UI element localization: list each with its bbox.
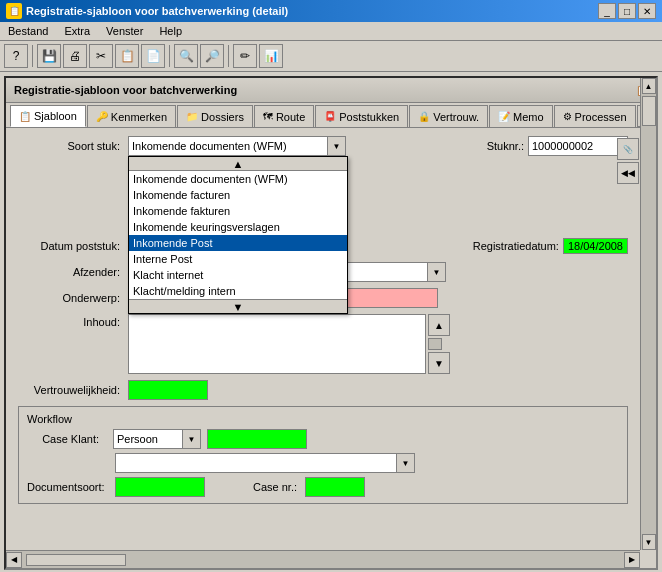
workflow-select-input[interactable] <box>115 453 397 473</box>
cut-button[interactable]: ✂ <box>89 44 113 68</box>
case-nr-input[interactable] <box>305 477 365 497</box>
scroll-down-button[interactable]: ▼ <box>642 534 656 550</box>
afzender-label: Afzender: <box>18 266 128 278</box>
minimize-button[interactable]: _ <box>598 3 616 19</box>
memo-tab-icon: 📝 <box>498 111 510 122</box>
tab-sjabloon[interactable]: 📋 Sjabloon <box>10 105 86 127</box>
menu-bestand[interactable]: Bestand <box>4 24 52 38</box>
afzender-arrow[interactable]: ▼ <box>428 262 446 282</box>
soort-stuk-dropdown: ▲ Inkomende documenten (WFM) Inkomende f… <box>128 156 348 314</box>
dropdown-item-0[interactable]: Inkomende documenten (WFM) <box>129 171 347 187</box>
menu-extra[interactable]: Extra <box>60 24 94 38</box>
dropdown-item-4[interactable]: Inkomende Post <box>129 235 347 251</box>
tabs-bar: 📋 Sjabloon 🔑 Kenmerken 📁 Dossiers 🗺 Rout… <box>6 103 656 128</box>
case-klant-label: Case Klant: <box>27 433 107 445</box>
onderwerp-label: Onderwerp: <box>18 292 128 304</box>
vertrouwelijkheid-input[interactable] <box>128 380 208 400</box>
documentsoort-input[interactable] <box>115 477 205 497</box>
dropdown-scroll-down[interactable]: ▼ <box>129 299 347 313</box>
paste-button[interactable]: 📄 <box>141 44 165 68</box>
soort-stuk-arrow[interactable]: ▼ <box>328 136 346 156</box>
case-nr-label: Case nr.: <box>253 481 297 493</box>
datum-poststuk-label: Datum poststuk: <box>18 240 128 252</box>
dropdown-item-7[interactable]: Klacht/melding intern <box>129 283 347 299</box>
toolbar-separator-1 <box>32 45 33 67</box>
vertrouwelijkheid-row: Vertrouwelijkheid: <box>18 380 628 400</box>
copy-button[interactable]: 📋 <box>115 44 139 68</box>
scroll-right-button[interactable]: ▶ <box>624 552 640 568</box>
help-button[interactable]: ? <box>4 44 28 68</box>
stuknr-input[interactable] <box>528 136 628 156</box>
search-plus-button[interactable]: 🔎 <box>200 44 224 68</box>
scroll-thumb-v <box>642 96 656 126</box>
dropdown-item-5[interactable]: Interne Post <box>129 251 347 267</box>
regdate-value: 18/04/2008 <box>563 238 628 254</box>
panel-header: Registratie-sjabloon voor batchverwerkin… <box>6 78 656 103</box>
title-bar-buttons: _ □ ✕ <box>598 3 656 19</box>
inhoud-scroll-down[interactable]: ▼ <box>428 352 450 374</box>
search-button[interactable]: 🔍 <box>174 44 198 68</box>
horizontal-scrollbar: ◀ ▶ <box>6 550 640 568</box>
tab-dossiers-label: Dossiers <box>201 111 244 123</box>
menu-venster[interactable]: Venster <box>102 24 147 38</box>
app-icon: 📋 <box>6 3 22 19</box>
stuknr-label: Stuknr.: <box>487 140 524 152</box>
regdate-section: Registratiedatum: 18/04/2008 <box>473 238 628 254</box>
inhoud-scroll-up[interactable]: ▲ <box>428 314 450 336</box>
tab-kenmerken-label: Kenmerken <box>111 111 167 123</box>
menu-help[interactable]: Help <box>155 24 186 38</box>
soort-stuk-input[interactable] <box>128 136 328 156</box>
save-button[interactable]: 💾 <box>37 44 61 68</box>
tab-processen[interactable]: ⚙ Processen <box>554 105 636 127</box>
edit-button[interactable]: ✏ <box>233 44 257 68</box>
scroll-thumb-h <box>26 554 126 566</box>
scroll-left-button[interactable]: ◀ <box>6 552 22 568</box>
tab-route-label: Route <box>276 111 305 123</box>
case-klant-type-input[interactable] <box>113 429 183 449</box>
case-klant-arrow[interactable]: ▼ <box>183 429 201 449</box>
title-bar-title: Registratie-sjabloon voor batchverwerkin… <box>26 5 288 17</box>
right-side-buttons: 📎 ◀◀ <box>617 138 639 184</box>
dropdown-scroll-up[interactable]: ▲ <box>129 157 347 171</box>
chart-button[interactable]: 📊 <box>259 44 283 68</box>
workflow-group: Workflow Case Klant: ▼ ▼ <box>18 406 628 504</box>
case-klant-value-input[interactable] <box>207 429 307 449</box>
workflow-fullrow-select: ▼ <box>115 453 415 473</box>
print-button[interactable]: 🖨 <box>63 44 87 68</box>
workflow-select-arrow[interactable]: ▼ <box>397 453 415 473</box>
tab-poststukken[interactable]: 📮 Poststukken <box>315 105 408 127</box>
tab-sjabloon-label: Sjabloon <box>34 110 77 122</box>
tab-dossiers[interactable]: 📁 Dossiers <box>177 105 253 127</box>
tab-vertrouw[interactable]: 🔒 Vertrouw. <box>409 105 488 127</box>
form-content: Soort stuk: ▼ ▲ Inkomende documenten (WF… <box>6 128 640 512</box>
inhoud-control: ▲ ▼ <box>128 314 628 374</box>
close-button[interactable]: ✕ <box>638 3 656 19</box>
dropdown-item-1[interactable]: Inkomende facturen <box>129 187 347 203</box>
documentsoort-label: Documentsoort: <box>27 481 107 493</box>
toolbar: ? 💾 🖨 ✂ 📋 📄 🔍 🔎 ✏ 📊 <box>0 41 662 72</box>
vertrouw-tab-icon: 🔒 <box>418 111 430 122</box>
inhoud-textarea[interactable] <box>128 314 426 374</box>
dropdown-item-6[interactable]: Klacht internet <box>129 267 347 283</box>
tab-poststukken-label: Poststukken <box>339 111 399 123</box>
sjabloon-tab-icon: 📋 <box>19 111 31 122</box>
form-area: Soort stuk: ▼ ▲ Inkomende documenten (WF… <box>6 128 640 512</box>
maximize-button[interactable]: □ <box>618 3 636 19</box>
soort-stuk-control: ▼ ▲ Inkomende documenten (WFM) Inkomende… <box>128 136 471 156</box>
tab-processen-label: Processen <box>575 111 627 123</box>
tab-memo[interactable]: 📝 Memo <box>489 105 553 127</box>
processen-tab-icon: ⚙ <box>563 111 572 122</box>
dossiers-tab-icon: 📁 <box>186 111 198 122</box>
tab-route[interactable]: 🗺 Route <box>254 105 314 127</box>
tab-kenmerken[interactable]: 🔑 Kenmerken <box>87 105 176 127</box>
inhoud-scrollbar <box>428 338 442 350</box>
scroll-up-button[interactable]: ▲ <box>642 78 656 94</box>
side-btn-1[interactable]: 📎 <box>617 138 639 160</box>
kenmerken-tab-icon: 🔑 <box>96 111 108 122</box>
side-btn-2[interactable]: ◀◀ <box>617 162 639 184</box>
dropdown-item-2[interactable]: Inkomende fakturen <box>129 203 347 219</box>
soort-stuk-label: Soort stuk: <box>18 140 128 152</box>
vertical-scrollbar: ▲ ▼ <box>640 78 656 550</box>
workflow-row3: Documentsoort: Case nr.: <box>27 477 619 497</box>
dropdown-item-3[interactable]: Inkomende keuringsverslagen <box>129 219 347 235</box>
